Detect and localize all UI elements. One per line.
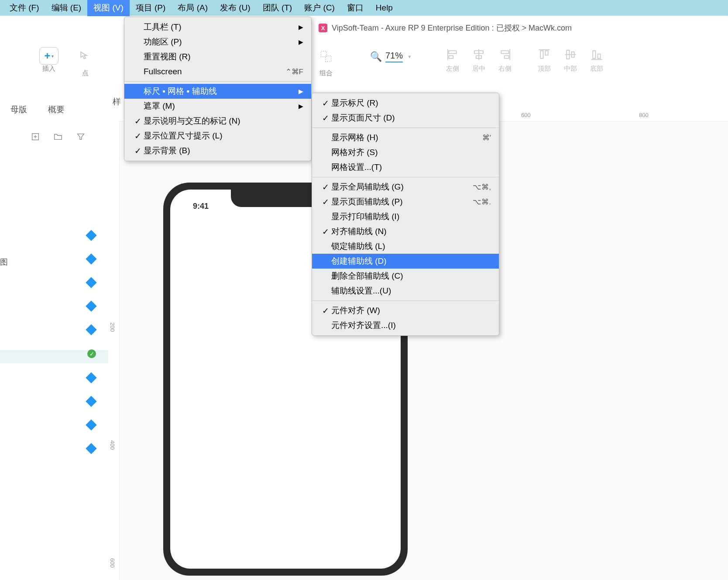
page-item-icon[interactable]	[86, 396, 96, 407]
menu-item[interactable]: 显示网格 (H)⌘'	[312, 130, 499, 145]
menu-item[interactable]: Fullscreen⌃⌘F	[124, 64, 311, 79]
zoom-value[interactable]: 71%	[385, 51, 403, 62]
menu-item[interactable]: 网格对齐 (S)	[312, 145, 499, 160]
menu-item[interactable]: ✓元件对齐 (W)	[312, 303, 499, 318]
menu-project[interactable]: 项目 (P)	[130, 0, 172, 16]
align-bottom-icon[interactable]	[590, 48, 603, 61]
chevron-down-icon[interactable]: ▾	[408, 53, 411, 60]
page-item-icon[interactable]	[86, 372, 96, 383]
menu-publish[interactable]: 发布 (U)	[214, 0, 257, 16]
menu-team[interactable]: 团队 (T)	[257, 0, 299, 16]
menu-item[interactable]: ✓显示说明与交互的标记 (N)	[124, 114, 311, 128]
page-item-icon[interactable]	[86, 230, 96, 241]
menu-item[interactable]: ✓显示位置尺寸提示 (L)	[124, 128, 311, 143]
svg-rect-18	[593, 51, 595, 59]
app-icon: X	[319, 24, 327, 32]
align-center-label: 居中	[472, 65, 485, 73]
align-middle-icon[interactable]	[564, 48, 577, 61]
left-panel-tabs: 母版 概要	[0, 100, 109, 119]
menu-item[interactable]: 锁定辅助线 (L)	[312, 239, 499, 254]
insert-label: 插入	[42, 65, 55, 73]
page-item-icon[interactable]	[86, 443, 96, 454]
left-panel-toolbar	[31, 132, 86, 142]
ruler-tick: 400	[109, 440, 116, 450]
menu-item[interactable]: 显示打印辅助线 (I)	[312, 209, 499, 224]
menu-item[interactable]: 网格设置...(T)	[312, 160, 499, 175]
page-item-check-icon[interactable]: ✓	[87, 349, 96, 358]
tab-outline[interactable]: 概要	[38, 100, 75, 119]
align-left-icon[interactable]	[446, 48, 459, 61]
menu-account[interactable]: 账户 (C)	[298, 0, 341, 16]
ruler-grid-submenu: ✓显示标尺 (R)✓显示页面尺寸 (D)显示网格 (H)⌘'网格对齐 (S)网格…	[312, 93, 499, 336]
menu-edit[interactable]: 编辑 (E)	[45, 0, 88, 16]
ungroup-icon[interactable]	[317, 47, 335, 66]
insert-button[interactable]: +▾	[39, 47, 58, 65]
left-edge-label: 图	[0, 257, 8, 267]
menu-item[interactable]: 辅助线设置...(U)	[312, 283, 499, 298]
align-right-label: 右侧	[498, 65, 512, 73]
svg-rect-9	[501, 51, 509, 53]
search-icon: 🔍	[370, 51, 382, 62]
view-menu-dropdown: 工具栏 (T)▶功能区 (P)▶重置视图 (R)Fullscreen⌃⌘F标尺 …	[124, 17, 312, 161]
menu-item[interactable]: ✓显示背景 (B)	[124, 143, 311, 158]
align-left-label: 左侧	[446, 65, 459, 73]
menu-item[interactable]: 创建辅助线 (D)	[312, 254, 499, 269]
page-item-icon[interactable]	[86, 253, 96, 264]
svg-rect-3	[449, 51, 457, 53]
menu-window[interactable]: 窗口	[341, 0, 370, 16]
align-bottom-label: 底部	[590, 65, 603, 73]
menu-item[interactable]: ✓对齐辅助线 (N)	[312, 224, 499, 239]
ruler-tick: 800	[639, 112, 649, 118]
page-list: ✓	[87, 231, 100, 468]
menu-bar: 文件 (F) 编辑 (E) 视图 (V) 项目 (P) 布局 (A) 发布 (U…	[0, 0, 728, 16]
menu-item[interactable]: 标尺 ▪ 网格 ▪ 辅助线▶	[124, 84, 311, 99]
menu-item[interactable]: 重置视图 (R)	[124, 49, 311, 64]
point-icon[interactable]	[76, 47, 94, 66]
add-page-icon[interactable]	[31, 132, 40, 142]
tab-masters[interactable]: 母版	[0, 100, 38, 119]
panel-corner-label: 样	[113, 96, 121, 107]
menu-item[interactable]: 遮罩 (M)▶	[124, 99, 311, 114]
zoom-control[interactable]: 🔍 71% ▾	[370, 43, 411, 62]
menu-item[interactable]: ✓显示页面辅助线 (P)⌥⌘.	[312, 194, 499, 209]
page-item-icon[interactable]	[86, 419, 96, 430]
svg-rect-4	[449, 56, 453, 59]
page-item-icon[interactable]	[86, 300, 96, 311]
menu-item[interactable]: 元件对齐设置...(I)	[312, 318, 499, 333]
align-center-icon[interactable]	[472, 48, 485, 61]
menu-file[interactable]: 文件 (F)	[3, 0, 45, 16]
align-top-label: 顶部	[538, 65, 551, 73]
filter-icon[interactable]	[76, 132, 86, 142]
svg-rect-13	[546, 51, 548, 55]
svg-rect-19	[598, 54, 601, 59]
folder-icon[interactable]	[53, 132, 63, 142]
menu-layout[interactable]: 布局 (A)	[172, 0, 214, 16]
menu-item[interactable]: 删除全部辅助线 (C)	[312, 269, 499, 283]
page-item-icon[interactable]	[86, 324, 96, 335]
svg-rect-12	[540, 51, 543, 59]
ruler-vertical[interactable]: 200 400 600	[108, 121, 120, 580]
align-right-icon[interactable]	[498, 48, 512, 61]
align-top-icon[interactable]	[538, 48, 551, 61]
menu-item[interactable]: ✓显示页面尺寸 (D)	[312, 110, 499, 125]
window-title-bar: X VipSoft-Team - Axure RP 9 Enterprise E…	[319, 23, 572, 33]
window-title: VipSoft-Team - Axure RP 9 Enterprise Edi…	[332, 23, 572, 33]
align-vertical-group: 顶部 中部 底部	[538, 43, 603, 73]
menu-help[interactable]: Help	[370, 0, 399, 15]
menu-item[interactable]: 工具栏 (T)▶	[124, 20, 311, 35]
phone-status-time: 9:41	[193, 202, 209, 211]
ruler-tick: 200	[109, 322, 116, 332]
page-item-icon[interactable]	[86, 277, 96, 288]
menu-item[interactable]: ✓显示标尺 (R)	[312, 96, 499, 110]
point-label: 点	[82, 69, 89, 77]
svg-rect-10	[505, 56, 509, 59]
ruler-tick: 600	[521, 112, 531, 118]
menu-item[interactable]: ✓显示全局辅助线 (G)⌥⌘,	[312, 180, 499, 194]
menu-item[interactable]: 功能区 (P)▶	[124, 35, 311, 49]
align-middle-label: 中部	[564, 65, 577, 73]
menu-view[interactable]: 视图 (V)	[87, 0, 130, 16]
group-label: 组合	[319, 69, 333, 77]
ruler-tick: 600	[109, 558, 116, 568]
align-horizontal-group: 左侧 居中 右侧	[446, 43, 512, 73]
toolbar: +▾ 插入 点 组合 🔍 71% ▾ 左侧 居中 右侧 顶部 中部 底部	[0, 43, 728, 80]
